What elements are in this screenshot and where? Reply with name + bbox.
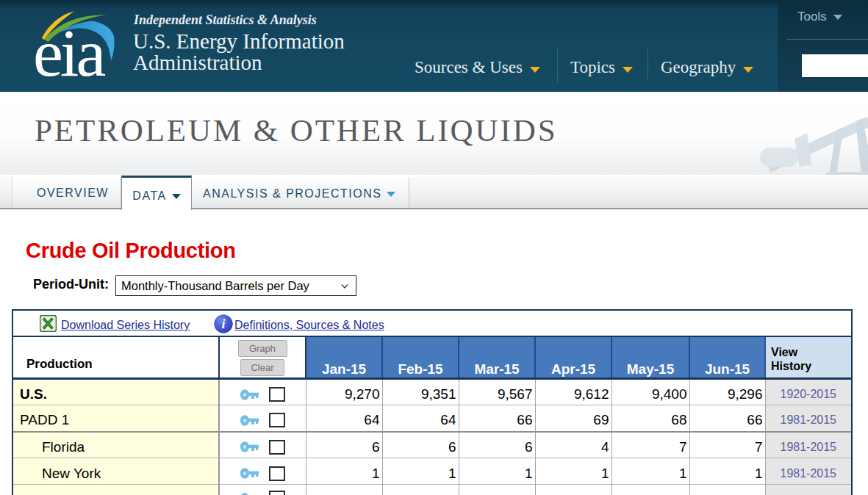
svg-text:i: i <box>221 317 225 331</box>
